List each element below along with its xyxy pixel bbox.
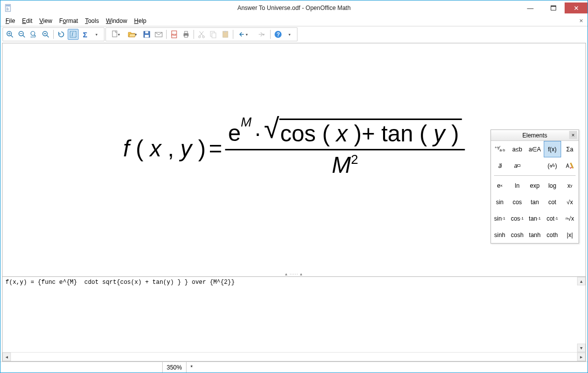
zoom-level[interactable]: 350% — [162, 362, 186, 373]
func-power[interactable]: xy — [561, 177, 579, 194]
elements-button[interactable]: Σ — [80, 29, 91, 40]
cat-brackets[interactable]: a — [508, 157, 526, 174]
den-M: M — [332, 152, 351, 178]
cat-others[interactable] — [561, 157, 579, 174]
cut-button[interactable] — [196, 29, 207, 40]
cat-operators[interactable]: Σa — [561, 141, 579, 157]
formula-code-input[interactable]: f(x,y) = {func e^{M} cdot sqrt{cos(x) + … — [2, 277, 586, 352]
save-button[interactable] — [141, 29, 152, 40]
equals-sign: = — [209, 135, 222, 162]
exp-M: M — [241, 115, 252, 130]
menu-tools[interactable]: Tools — [82, 16, 102, 25]
zoom-100-button[interactable]: 100 — [28, 29, 39, 40]
svg-rect-12 — [112, 31, 117, 37]
print-button[interactable] — [181, 29, 192, 40]
modified-indicator: * — [186, 362, 197, 373]
formula-f: f — [123, 135, 130, 161]
catalog-button[interactable]: ▾ — [92, 29, 102, 40]
cat-relations[interactable]: a≤b — [508, 141, 526, 157]
func-atan[interactable]: tan-1 — [526, 210, 543, 227]
fraction: eM · √ cos ( x )+ tan ( y ) M2 — [225, 118, 465, 179]
document-close-button[interactable]: × — [579, 17, 583, 24]
func-acot[interactable]: cot-1 — [544, 210, 561, 227]
scroll-right-button[interactable]: ▸ — [577, 353, 586, 361]
scroll-left-button[interactable]: ◂ — [2, 353, 11, 361]
maximize-button[interactable] — [542, 2, 565, 13]
svg-text:PDF: PDF — [172, 33, 177, 36]
func-exp-e[interactable]: ex — [491, 177, 508, 194]
func-sqrt[interactable]: √x — [561, 194, 579, 210]
window-title: Answer To Universe.odf - OpenOffice Math — [0, 4, 588, 11]
undo-button[interactable]: ▾ — [235, 29, 251, 40]
func-exp[interactable]: exp — [526, 177, 543, 194]
export-pdf-button[interactable]: PDF — [169, 29, 180, 40]
cat-unary-binary[interactable]: ⁺ᵃ⁄a·b — [491, 141, 508, 157]
close-button[interactable]: ✕ — [565, 2, 588, 13]
file-toolbar: ▾ ▾ PDF ▾ ▾ ? ▾ — [105, 27, 297, 41]
scroll-up-button[interactable]: ▴ — [577, 277, 586, 285]
svg-rect-21 — [185, 35, 188, 37]
elements-close-button[interactable]: × — [569, 131, 577, 139]
func-sin[interactable]: sin — [491, 194, 508, 210]
elements-panel-title[interactable]: Elements × — [491, 130, 579, 141]
separator — [270, 30, 271, 39]
zoom-all-button[interactable] — [40, 29, 51, 40]
mail-button[interactable] — [153, 29, 164, 40]
scroll-down-button[interactable]: ▾ — [577, 344, 586, 352]
elements-divider — [494, 175, 576, 176]
minimize-button[interactable]: — — [519, 2, 542, 13]
func-nroot[interactable]: n√x — [561, 210, 579, 227]
menu-window[interactable]: Window — [102, 16, 131, 25]
elements-title-text: Elements — [522, 132, 547, 139]
menu-edit[interactable]: Edit — [18, 16, 36, 25]
den-exp: 2 — [351, 152, 358, 167]
menu-format[interactable]: Format — [56, 16, 82, 25]
func-ln[interactable]: ln — [508, 177, 526, 194]
rendered-formula: f ( x , y ) = eM · √ cos ( x )+ tan ( y … — [123, 118, 465, 179]
svg-rect-1 — [6, 5, 10, 6]
func-acos[interactable]: cos-1 — [508, 210, 526, 227]
svg-point-6 — [31, 31, 35, 35]
window-controls: — ✕ — [519, 2, 588, 13]
menu-view[interactable]: View — [36, 16, 56, 25]
svg-text:100: 100 — [30, 35, 36, 38]
func-tanh[interactable]: tanh — [526, 227, 543, 243]
func-coth[interactable]: coth — [544, 227, 561, 243]
vertical-scrollbar[interactable]: ▴ ▾ — [577, 277, 586, 352]
cat-set-ops[interactable]: a∈A — [526, 141, 543, 157]
new-button[interactable]: ▾ — [107, 29, 123, 40]
func-cot[interactable]: cot — [544, 194, 561, 210]
cat-formats[interactable]: (a⁄b) — [544, 157, 561, 174]
menu-help[interactable]: Help — [131, 16, 150, 25]
paste-button[interactable] — [220, 29, 231, 40]
svg-rect-15 — [145, 35, 149, 37]
cat-functions[interactable]: f(x) — [544, 141, 561, 157]
func-cos[interactable]: cos — [508, 194, 526, 210]
svg-text:?: ? — [277, 31, 280, 37]
elements-panel[interactable]: Elements × ⁺ᵃ⁄a·b a≤b a∈A f(x) Σa a⃗ a (… — [490, 129, 579, 244]
func-log[interactable]: log — [544, 177, 561, 194]
func-asin[interactable]: sin-1 — [491, 210, 508, 227]
svg-rect-3 — [551, 5, 556, 6]
func-cosh[interactable]: cosh — [508, 227, 526, 243]
svg-text:I: I — [72, 32, 73, 37]
copy-button[interactable] — [208, 29, 219, 40]
autorefresh-button[interactable]: I — [68, 29, 79, 40]
horizontal-scrollbar[interactable]: ◂ ▸ — [2, 352, 586, 361]
svg-rect-27 — [224, 31, 226, 32]
help-button[interactable]: ? — [273, 29, 284, 40]
pane-splitter[interactable]: ▴ ····· ▴ — [2, 271, 586, 276]
func-sinh[interactable]: sinh — [491, 227, 508, 243]
zoom-toolbar: 100 I Σ ▾ — [2, 27, 104, 41]
zoom-in-button[interactable] — [4, 29, 15, 40]
zoom-out-button[interactable] — [16, 29, 27, 40]
refresh-button[interactable] — [56, 29, 67, 40]
menu-file[interactable]: File — [2, 16, 18, 25]
cat-attributes[interactable]: a⃗ — [491, 157, 508, 174]
redo-button[interactable]: ▾ — [252, 29, 268, 40]
open-button[interactable]: ▾ — [124, 29, 140, 40]
help-dropdown[interactable]: ▾ — [285, 29, 295, 40]
func-abs[interactable]: |x| — [561, 227, 579, 243]
func-tan[interactable]: tan — [526, 194, 543, 210]
separator — [166, 30, 167, 39]
